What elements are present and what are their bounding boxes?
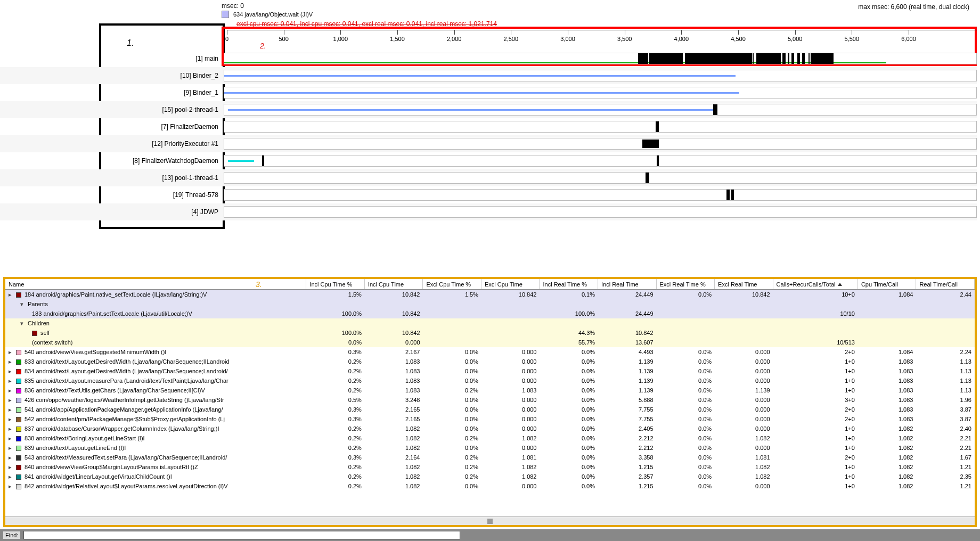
cell: 2.167 (365, 349, 423, 355)
cell: 1+0 (773, 378, 858, 384)
expander-icon[interactable]: ▸ (9, 416, 14, 423)
table-row[interactable]: ▸184 android/graphics/Paint.native_setTe… (5, 290, 975, 299)
thread-row[interactable]: [7] FinalizerDaemon (0, 118, 977, 135)
scroll-thumb[interactable] (487, 519, 493, 524)
thread-track[interactable] (224, 189, 977, 201)
table-row[interactable]: ▸542 android/content/pm/IPackageManager$… (5, 414, 975, 424)
ruler-tick-label: 5,000 (788, 36, 803, 42)
cell: 1.082 (715, 464, 773, 470)
table-row[interactable]: ▸833 android/text/Layout.getDesiredWidth… (5, 357, 975, 366)
table-body[interactable]: ▸184 android/graphics/Paint.native_setTe… (5, 290, 975, 517)
expander-icon[interactable]: ▸ (9, 406, 14, 413)
table-row[interactable]: ▸836 android/text/TextUtils.getChars (Lj… (5, 386, 975, 395)
cell: 0.0% (540, 406, 598, 413)
column-header[interactable]: Cpu Time/Call (858, 279, 917, 289)
table-row[interactable]: ▸840 android/view/ViewGroup$MarginLayout… (5, 462, 975, 472)
cell: 0.0% (540, 349, 598, 355)
table-header[interactable]: NameIncl Cpu Time %Incl Cpu TimeExcl Cpu… (5, 279, 975, 290)
cell: 1.082 (365, 464, 423, 470)
table-row[interactable]: ▸543 android/text/MeasuredText.setPara (… (5, 453, 975, 462)
expander-icon[interactable]: ▾ (20, 301, 26, 308)
cell: 0.2% (306, 473, 365, 480)
table-row[interactable]: ▸835 android/text/Layout.measurePara (La… (5, 376, 975, 386)
method-name: 841 android/widget/LinearLayout.getVirtu… (24, 473, 172, 480)
cell: 2+0 (773, 349, 858, 355)
column-header[interactable]: Incl Cpu Time (365, 279, 423, 289)
table-row[interactable]: ▸837 android/database/CursorWrapper.getC… (5, 424, 975, 433)
table-row[interactable]: 183 android/graphics/Paint.setTextLocale… (5, 309, 975, 318)
expander-icon[interactable]: ▸ (9, 473, 14, 480)
thread-track[interactable] (224, 121, 977, 133)
ruler-tick-label: 1,500 (390, 36, 405, 42)
cell: 1.082 (481, 473, 540, 480)
column-header[interactable]: Excl Real Time (715, 279, 773, 289)
expander-icon[interactable]: ▸ (9, 435, 14, 442)
expander-icon[interactable]: ▸ (9, 387, 14, 394)
color-swatch (16, 474, 21, 480)
thread-track[interactable] (224, 155, 977, 167)
table-row[interactable]: ▸841 android/widget/LinearLayout.getVirt… (5, 472, 975, 481)
expander-icon[interactable]: ▸ (9, 454, 14, 461)
table-row[interactable]: ▾Children (5, 318, 975, 328)
expander-icon[interactable]: ▸ (9, 378, 14, 384)
column-header[interactable]: Excl Cpu Time % (423, 279, 481, 289)
expander-icon[interactable]: ▸ (9, 349, 14, 356)
cell: 0.0% (540, 387, 598, 394)
thread-track[interactable] (224, 70, 977, 81)
expander-icon[interactable]: ▸ (9, 368, 14, 375)
thread-track[interactable] (224, 172, 977, 184)
table-row[interactable]: ▸842 android/widget/RelativeLayout$Layou… (5, 481, 975, 491)
column-header[interactable]: Incl Real Time % (540, 279, 598, 289)
column-header[interactable]: Real Time/Call (916, 279, 975, 289)
table-row[interactable]: ▸839 android/text/Layout.getLineEnd (I)I… (5, 443, 975, 453)
cell: 1.082 (365, 473, 423, 480)
thread-row[interactable]: [10] Binder_2 (0, 67, 977, 84)
ruler-tick-label: 500 (279, 36, 288, 42)
cell: 0.0% (423, 349, 481, 355)
column-header[interactable]: Incl Cpu Time % (306, 279, 365, 289)
table-row[interactable]: (context switch)0.0%0.00055.7%13.60710/5… (5, 338, 975, 347)
thread-track[interactable] (224, 104, 977, 116)
column-header[interactable]: Calls+RecurCalls/Total (773, 279, 858, 289)
table-row[interactable]: ▸540 android/view/View.getSuggestedMinim… (5, 347, 975, 357)
thread-row[interactable]: [13] pool-1-thread-1 (0, 169, 977, 186)
thread-row[interactable]: [1] main (0, 50, 977, 67)
thread-track[interactable] (224, 87, 977, 99)
thread-row[interactable]: [15] pool-2-thread-1 (0, 101, 977, 118)
thread-row[interactable]: [8] FinalizerWatchdogDaemon (0, 152, 977, 169)
expander-icon[interactable]: ▸ (9, 358, 14, 365)
expander-icon[interactable]: ▸ (9, 445, 14, 452)
time-ruler[interactable]: 05001,0001,5002,0002,5003,0003,5004,0004… (227, 30, 977, 45)
thread-row[interactable]: [4] JDWP (0, 203, 977, 220)
expander-icon[interactable]: ▸ (9, 483, 14, 490)
cell: 0.0% (657, 349, 715, 355)
column-header[interactable]: Excl Real Time % (657, 279, 715, 289)
expander-icon[interactable]: ▸ (9, 425, 14, 432)
table-row[interactable]: ▸834 android/text/Layout.getDesiredWidth… (5, 366, 975, 376)
thread-track[interactable] (224, 206, 977, 218)
thread-row[interactable]: [12] PriorityExecutor #1 (0, 135, 977, 152)
column-header[interactable]: Incl Real Time (598, 279, 657, 289)
table-row[interactable]: ▸426 com/oppo/weather/logics/WeatherInfo… (5, 395, 975, 405)
thread-row[interactable]: [9] Binder_1 (0, 84, 977, 101)
column-header[interactable]: Excl Cpu Time (481, 279, 540, 289)
color-swatch (16, 388, 21, 394)
thread-track[interactable] (224, 138, 977, 150)
expander-icon[interactable]: ▸ (9, 464, 14, 471)
thread-row[interactable]: [19] Thread-578 (0, 186, 977, 203)
cell: 1.081 (481, 454, 540, 461)
expander-icon[interactable]: ▸ (9, 291, 14, 298)
expander-icon[interactable]: ▾ (20, 320, 26, 327)
selected-method: 634 java/lang/Object.wait (JI)V (222, 11, 313, 18)
find-input[interactable] (23, 531, 460, 539)
table-row[interactable]: ▸838 android/text/BoringLayout.getLineSt… (5, 433, 975, 443)
expander-icon[interactable]: ▸ (9, 397, 14, 404)
horizontal-scrollbar[interactable] (5, 517, 975, 525)
method-name: 541 android/app/ApplicationPackageManage… (24, 406, 223, 413)
table-row[interactable]: self100.0%10.84244.3%10.842 (5, 328, 975, 338)
thread-track[interactable] (224, 53, 977, 64)
table-row[interactable]: ▸541 android/app/ApplicationPackageManag… (5, 405, 975, 414)
method-name: 838 android/text/BoringLayout.getLineSta… (24, 435, 145, 441)
cell: 0.0% (540, 445, 598, 451)
table-row[interactable]: ▾Parents (5, 299, 975, 309)
